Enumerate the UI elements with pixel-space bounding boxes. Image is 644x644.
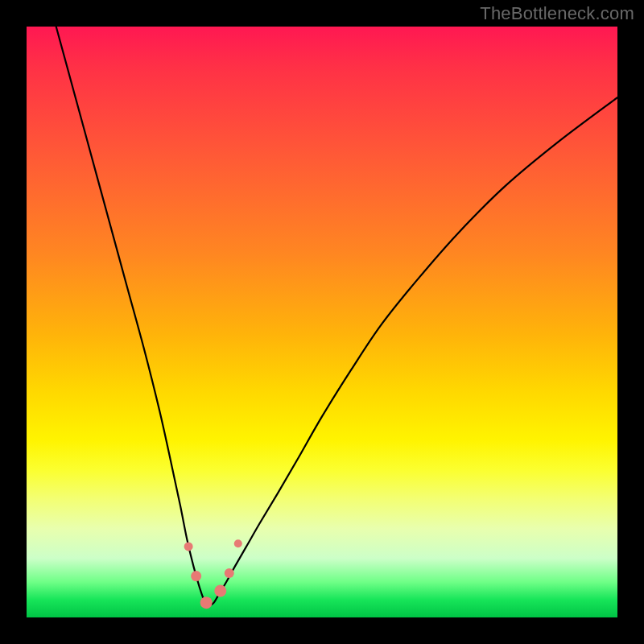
curve-markers — [184, 539, 242, 609]
curve-marker — [225, 568, 234, 578]
watermark-text: TheBottleneck.com — [480, 3, 634, 24]
curve-marker — [200, 597, 213, 609]
bottleneck-curve — [56, 27, 617, 606]
curve-marker — [214, 584, 226, 597]
curve-marker — [191, 571, 201, 581]
curve-marker — [184, 542, 193, 551]
curve-marker — [234, 539, 242, 547]
plot-area — [27, 27, 617, 617]
curve-svg — [27, 27, 617, 617]
chart-frame: TheBottleneck.com — [0, 0, 644, 644]
